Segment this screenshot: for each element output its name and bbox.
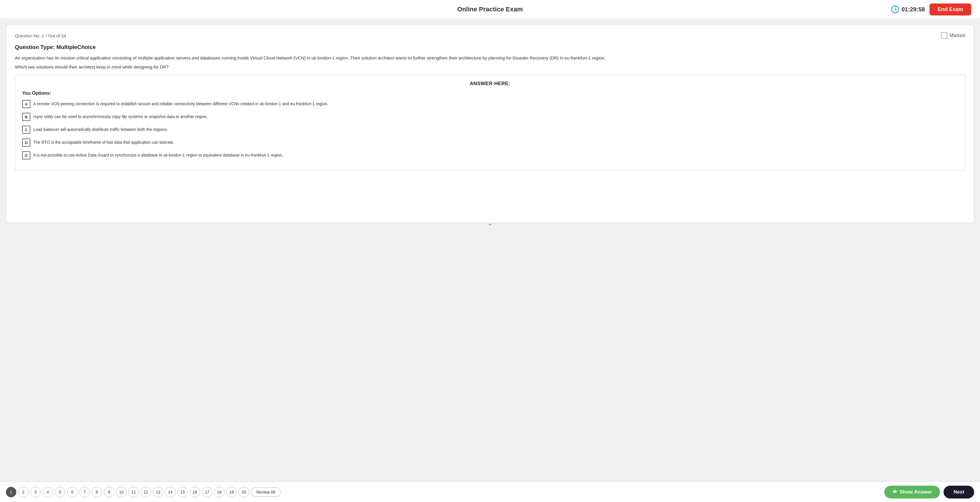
next-button[interactable]: Next	[943, 486, 974, 499]
page-number-5[interactable]: 5	[55, 487, 65, 497]
option-item-e[interactable]: E It is not possible to use Active Data …	[22, 151, 958, 159]
question-type: Question Type: MultipleChoice	[15, 44, 965, 51]
collapse-arrow-up[interactable]: ⌃	[6, 223, 974, 229]
option-text-e: It is not possible to use Active Data Gu…	[33, 151, 283, 158]
bottom-bar: 1234567891011121314151617181920Review Al…	[0, 481, 980, 502]
page-number-7[interactable]: 7	[80, 487, 90, 497]
option-text-a: A remote VCN peering connection is requi…	[33, 100, 328, 107]
option-letter-a: A	[22, 100, 30, 108]
show-answer-button[interactable]: 👁 Show Answer	[885, 486, 940, 499]
page-number-4[interactable]: 4	[43, 487, 53, 497]
bottom-right-buttons: 👁 Show Answer Next	[885, 486, 974, 499]
question-number-container: Question No. 1 / Out of 24	[15, 32, 66, 39]
page-number-19[interactable]: 19	[226, 487, 237, 497]
answer-box: ANSWER HERE: You Options: A A remote VCN…	[15, 75, 965, 170]
header-right: 01:29:58 End Exam	[891, 3, 971, 16]
page-number-2[interactable]: 2	[18, 487, 29, 497]
question-number: Question No. 1 / Out of 24	[15, 32, 66, 38]
option-letter-d: D	[22, 138, 30, 147]
answer-box-title: ANSWER HERE:	[22, 81, 958, 87]
page-title: Online Practice Exam	[457, 6, 523, 13]
page-number-12[interactable]: 12	[141, 487, 151, 497]
page-number-11[interactable]: 11	[128, 487, 139, 497]
page-number-16[interactable]: 16	[189, 487, 200, 497]
marked-label: Marked	[950, 33, 965, 38]
option-text-c: Load balancer will automatically distrib…	[33, 126, 168, 133]
option-item-b[interactable]: B rsync utility can be used to asynchron…	[22, 113, 958, 121]
page-numbers: 1234567891011121314151617181920Review Al…	[6, 487, 281, 497]
page-number-14[interactable]: 14	[165, 487, 176, 497]
options-label: You Options:	[22, 91, 958, 96]
question-sub-text: Which two solutions should their archite…	[15, 64, 965, 69]
options-container: A A remote VCN peering connection is req…	[22, 100, 958, 159]
review-all-button[interactable]: Review All	[251, 488, 281, 497]
end-exam-button[interactable]: End Exam	[929, 3, 971, 16]
page-number-10[interactable]: 10	[116, 487, 127, 497]
page-number-18[interactable]: 18	[214, 487, 224, 497]
timer-icon	[891, 5, 899, 13]
page-number-17[interactable]: 17	[202, 487, 212, 497]
question-header: Question No. 1 / Out of 24 Marked	[15, 32, 965, 39]
eye-icon: 👁	[892, 489, 897, 495]
page-number-13[interactable]: 13	[153, 487, 163, 497]
option-text-d: The RTO is the acceptable timeframe of l…	[33, 138, 174, 146]
option-item-d[interactable]: D The RTO is the acceptable timeframe of…	[22, 138, 958, 147]
marked-checkbox[interactable]	[941, 32, 947, 39]
marked-container: Marked	[941, 32, 965, 39]
question-out-of: / Out of 24	[46, 33, 66, 38]
option-text-b: rsync utility can be used to asynchronou…	[33, 113, 208, 120]
option-item-c[interactable]: C Load balancer will automatically distr…	[22, 126, 958, 134]
option-letter-e: E	[22, 151, 30, 159]
option-letter-c: C	[22, 126, 30, 134]
page-number-6[interactable]: 6	[67, 487, 78, 497]
page-number-20[interactable]: 20	[239, 487, 249, 497]
main-content: Question No. 1 / Out of 24 Marked Questi…	[0, 19, 980, 233]
question-text: An organization has its mission critical…	[15, 54, 965, 62]
option-item-a[interactable]: A A remote VCN peering connection is req…	[22, 100, 958, 108]
page-number-9[interactable]: 9	[104, 487, 115, 497]
timer-container: 01:29:58	[891, 5, 925, 13]
page-number-8[interactable]: 8	[92, 487, 102, 497]
option-letter-b: B	[22, 113, 30, 121]
page-number-1[interactable]: 1	[6, 487, 16, 497]
timer-display: 01:29:58	[902, 6, 925, 13]
header: Online Practice Exam 01:29:58 End Exam	[0, 0, 980, 19]
page-number-15[interactable]: 15	[177, 487, 188, 497]
question-card: Question No. 1 / Out of 24 Marked Questi…	[6, 25, 974, 223]
page-number-3[interactable]: 3	[30, 487, 41, 497]
